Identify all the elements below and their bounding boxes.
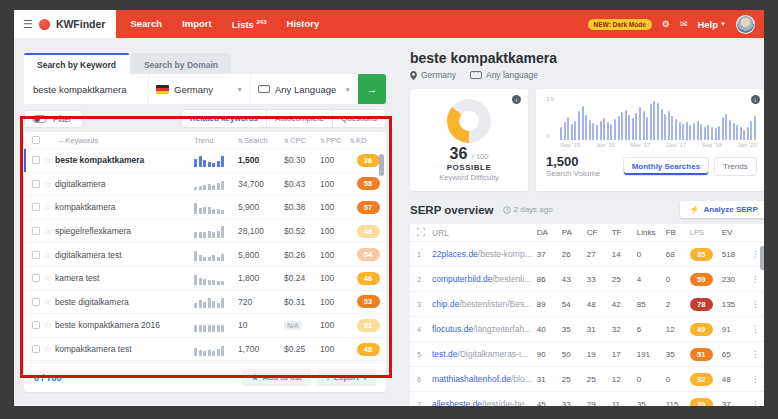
row-checkbox[interactable] <box>32 180 40 188</box>
star-icon[interactable]: ☆ <box>40 344 55 354</box>
dark-mode-badge[interactable]: NEW: Dark Mode <box>588 19 652 30</box>
help-menu[interactable]: Help▼ <box>697 19 726 30</box>
result-domain[interactable]: chip.de <box>432 299 459 309</box>
kwfinder-logo-icon[interactable] <box>39 19 50 30</box>
keyword-cell[interactable]: beste digitalkamera <box>55 297 194 307</box>
keyword-cell[interactable]: beste kompaktkamera 2016 <box>55 320 194 330</box>
messages-icon[interactable]: ✉ <box>680 20 688 29</box>
tab-related-keywords[interactable]: Related keywords <box>181 109 267 128</box>
keyword-table-row[interactable]: ☆ beste kompaktkamera 1,500 $0.30 100 36 <box>24 149 386 173</box>
kebab-menu-icon[interactable]: ⋮ <box>750 399 760 406</box>
star-icon[interactable]: ☆ <box>40 297 55 307</box>
kd-badge[interactable]: 57 <box>357 201 380 214</box>
row-checkbox[interactable] <box>32 298 40 306</box>
star-icon[interactable]: ☆ <box>40 155 55 165</box>
kd-badge[interactable]: 53 <box>357 295 380 308</box>
keyword-cell[interactable]: beste kompaktkamera <box>55 155 194 165</box>
url-cell[interactable]: chip.de/bestenlisten/Bes... <box>432 299 537 309</box>
row-checkbox[interactable] <box>32 227 40 235</box>
serp-table-row[interactable]: 2 computerbild.de/bestenli... 86 43 33 2… <box>410 267 764 292</box>
lps-badge[interactable]: 39 <box>690 398 713 407</box>
export-button[interactable]: ↓Export ▾ <box>317 369 376 386</box>
row-checkbox[interactable] <box>32 274 40 282</box>
kd-badge[interactable]: 48 <box>357 343 380 356</box>
row-checkbox[interactable] <box>32 251 40 259</box>
star-icon[interactable]: ☆ <box>40 320 55 330</box>
result-domain[interactable]: allesbeste.de <box>432 399 482 406</box>
user-avatar[interactable] <box>736 15 755 34</box>
serp-table-row[interactable]: 4 flocutus.de/langzeiterfah... 40 35 31 … <box>410 317 764 342</box>
star-icon[interactable]: ☆ <box>40 202 55 212</box>
star-icon[interactable]: ☆ <box>40 250 55 260</box>
keyword-input[interactable] <box>24 84 148 95</box>
star-icon[interactable]: ☆ <box>40 273 55 283</box>
kebab-menu-icon[interactable]: ⋮ <box>750 349 760 359</box>
lps-badge[interactable]: 32 <box>690 373 713 386</box>
url-cell[interactable]: test.de/Digitalkameras-i... <box>432 349 537 359</box>
serp-table-row[interactable]: 1 22places.de/beste-komp... 37 26 27 14 … <box>410 242 764 267</box>
serp-table-scrollbar[interactable] <box>760 246 764 270</box>
filter-toggle[interactable]: Filter <box>24 110 83 128</box>
serp-table-row[interactable]: 7 allesbeste.de/test/die-be... 45 33 29 … <box>410 392 764 406</box>
add-to-list-button[interactable]: ★Add to list <box>242 369 310 386</box>
serp-table-row[interactable]: 5 test.de/Digitalkameras-i... 90 50 19 1… <box>410 342 764 367</box>
keyword-table-row[interactable]: ☆ beste kompaktkamera 2016 10 N/A 100 31 <box>24 314 386 338</box>
nav-item-lists[interactable]: Lists 243 <box>222 10 277 40</box>
url-cell[interactable]: flocutus.de/langzeiterfah... <box>432 324 537 334</box>
kebab-menu-icon[interactable]: ⋮ <box>750 299 760 309</box>
keyword-table-scrollbar[interactable] <box>379 154 384 176</box>
keyword-table-row[interactable]: ☆ digitalkamera 34,700 $0.43 100 58 <box>24 173 386 197</box>
tab-search-by-keyword[interactable]: Search by Keyword <box>24 53 129 74</box>
row-checkbox[interactable] <box>32 203 40 211</box>
keyword-table-row[interactable]: ☆ kompaktkamera test 1,700 $0.25 100 48 <box>24 338 386 362</box>
lps-badge[interactable]: 49 <box>690 323 713 336</box>
keyword-cell[interactable]: spiegelreflexkamera <box>55 226 194 236</box>
url-cell[interactable]: computerbild.de/bestenli... <box>432 274 537 284</box>
info-icon[interactable]: i <box>512 95 521 104</box>
serp-table-row[interactable]: 3 chip.de/bestenlisten/Bes... 89 54 48 4… <box>410 292 764 317</box>
tab-search-by-domain[interactable]: Search by Domain <box>131 53 231 74</box>
column-keywords[interactable]: – Keywords <box>59 136 194 145</box>
filter-toggle-switch[interactable] <box>32 115 47 123</box>
monthly-searches-button[interactable]: Monthly Searches <box>623 157 709 176</box>
lps-badge[interactable]: 35 <box>690 248 713 261</box>
keyword-cell[interactable]: kamera test <box>55 273 194 283</box>
kd-badge[interactable]: 36 <box>357 154 380 167</box>
kebab-menu-icon[interactable]: ⋮ <box>750 324 760 334</box>
kd-badge[interactable]: 58 <box>357 177 380 190</box>
keyword-table-row[interactable]: ☆ beste digitalkamera 720 $0.31 100 53 <box>24 291 386 315</box>
url-cell[interactable]: matthiashaltenhof.de/blo... <box>432 374 537 384</box>
result-domain[interactable]: computerbild.de <box>432 274 492 284</box>
column-cpc[interactable]: ⇅CPC <box>284 136 320 145</box>
nav-item-import[interactable]: Import <box>172 10 222 38</box>
kd-badge[interactable]: 49 <box>357 225 380 238</box>
select-all-checkbox[interactable] <box>24 136 44 144</box>
keyword-table-row[interactable]: ☆ spiegelreflexkamera 28,100 $0.52 100 4… <box>24 220 386 244</box>
lps-badge[interactable]: 51 <box>690 348 713 361</box>
kd-badge[interactable]: 46 <box>357 272 380 285</box>
tab-autocomplete[interactable]: Autocomplete <box>267 109 333 128</box>
trends-button[interactable]: Trends <box>714 157 757 176</box>
keyword-table-row[interactable]: ☆ kompaktkamera 5,900 $0.38 100 57 <box>24 196 386 220</box>
result-domain[interactable]: flocutus.de <box>432 324 473 334</box>
lps-badge[interactable]: 59 <box>690 273 713 286</box>
kd-badge[interactable]: 31 <box>357 319 380 332</box>
kebab-menu-icon[interactable]: ⋮ <box>750 249 760 259</box>
star-icon[interactable]: ☆ <box>40 226 55 236</box>
result-domain[interactable]: matthiashaltenhof.de <box>432 374 511 384</box>
serp-table-row[interactable]: 6 matthiashaltenhof.de/blo... 31 25 25 1… <box>410 367 764 392</box>
keyword-table-row[interactable]: ☆ digitalkamera test 5,800 $0.26 100 54 <box>24 243 386 267</box>
kebab-menu-icon[interactable]: ⋮ <box>750 374 760 384</box>
keyword-cell[interactable]: kompaktkamera test <box>55 344 194 354</box>
url-cell[interactable]: allesbeste.de/test/die-be... <box>432 399 537 406</box>
keyword-cell[interactable]: kompaktkamera <box>55 202 194 212</box>
keyword-cell[interactable]: digitalkamera test <box>55 250 194 260</box>
column-kd[interactable]: ⇅KD <box>350 136 386 145</box>
keyword-cell[interactable]: digitalkamera <box>55 179 194 189</box>
brand-name[interactable]: KWFinder <box>56 18 106 30</box>
column-ppc[interactable]: ⇅PPC <box>320 136 350 145</box>
column-search[interactable]: ⇅Search <box>238 136 284 145</box>
star-icon[interactable]: ☆ <box>40 179 55 189</box>
gear-icon[interactable]: ⚙ <box>662 20 670 29</box>
kebab-menu-icon[interactable]: ⋮ <box>750 274 760 284</box>
